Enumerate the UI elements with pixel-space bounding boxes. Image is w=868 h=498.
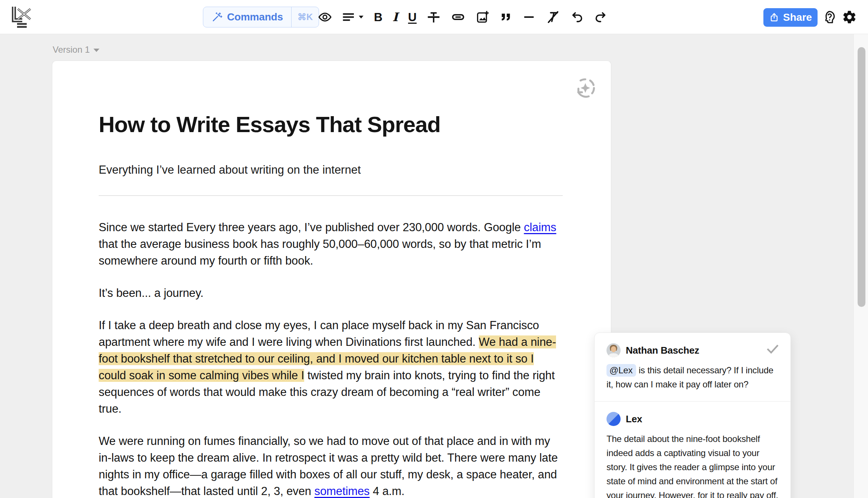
paragraph: We were running on fumes financially, so… [99, 433, 563, 498]
comment-author: Lex [626, 413, 642, 425]
undo-icon[interactable] [571, 8, 584, 26]
comment-card: Lex The detail about the nine-foot books… [595, 401, 790, 498]
version-label: Version 1 [53, 45, 90, 55]
magic-wand-icon [211, 12, 223, 23]
italic-icon[interactable]: I [392, 8, 398, 26]
commands-label: Commands [227, 11, 283, 23]
insert-link-icon[interactable] [451, 8, 466, 26]
version-dropdown[interactable]: Version 1 [53, 45, 99, 55]
text-link[interactable]: sometimes [315, 485, 370, 498]
text-run: Since we started Every three years ago, … [99, 221, 524, 234]
lex-ai-avatar [606, 412, 621, 426]
settings-gear-icon[interactable] [841, 9, 858, 25]
bold-icon[interactable]: B [374, 8, 382, 26]
underline-icon[interactable]: U [408, 8, 417, 26]
text-run: that the average business book has rough… [99, 237, 541, 267]
text-mention: @Lex [606, 364, 636, 377]
paragraph: It’s been... a journey. [99, 285, 563, 301]
divider [99, 195, 563, 196]
commands-button[interactable]: Commands ⌘K [203, 7, 319, 27]
nathan-photo-avatar [606, 343, 621, 357]
document-title: How to Write Essays That Spread [99, 112, 563, 137]
chevron-down-icon [93, 49, 99, 52]
help-icon[interactable] [821, 9, 838, 25]
horizontal-rule-icon[interactable] [522, 8, 536, 26]
scrollbar-track[interactable] [854, 34, 868, 498]
text-align-dropdown[interactable] [342, 8, 364, 26]
sparkle-refresh-icon[interactable] [574, 76, 597, 99]
formatting-toolbar: B I U [318, 0, 607, 34]
paragraph: If I take a deep breath and close my eye… [99, 317, 563, 417]
document-subtitle: Everything I’ve learned about writing on… [99, 163, 563, 177]
preview-eye-icon[interactable] [318, 8, 332, 26]
paragraph: Since we started Every three years ago, … [99, 219, 563, 269]
document-body: Since we started Every three years ago, … [99, 219, 563, 498]
comment-text: @Lex is this detail necessary? If I incl… [606, 363, 779, 391]
resolve-check-icon[interactable] [765, 342, 780, 357]
commands-shortcut: ⌘K [291, 7, 319, 27]
comment-text: The detail about the nine-foot bookshelf… [606, 432, 779, 498]
comment-card: Nathan Baschez @Lex is this detail neces… [595, 333, 790, 401]
text-run: If I take a deep breath and close my eye… [99, 319, 539, 348]
blockquote-icon[interactable] [500, 8, 512, 26]
text-run: It’s been... a journey. [99, 286, 204, 299]
clear-formatting-icon[interactable] [546, 8, 560, 26]
text-run: 4 a.m. [370, 485, 405, 498]
share-icon [769, 12, 779, 23]
share-label: Share [783, 12, 812, 23]
redo-icon[interactable] [594, 8, 607, 26]
insert-image-icon[interactable] [476, 8, 490, 26]
strikethrough-icon[interactable] [427, 8, 441, 26]
top-toolbar: Commands ⌘K B I U [0, 0, 868, 34]
comment-thread-panel: Nathan Baschez @Lex is this detail neces… [594, 332, 791, 498]
text-link[interactable]: claims [524, 221, 556, 234]
comment-author: Nathan Baschez [626, 345, 699, 356]
scrollbar-thumb[interactable] [858, 47, 865, 307]
lex-logo-icon[interactable] [11, 6, 35, 29]
document-card: How to Write Essays That Spread Everythi… [52, 60, 611, 498]
share-button[interactable]: Share [763, 8, 818, 27]
chevron-down-icon [358, 15, 364, 19]
text-run: The detail about the nine-foot bookshelf… [606, 434, 778, 498]
